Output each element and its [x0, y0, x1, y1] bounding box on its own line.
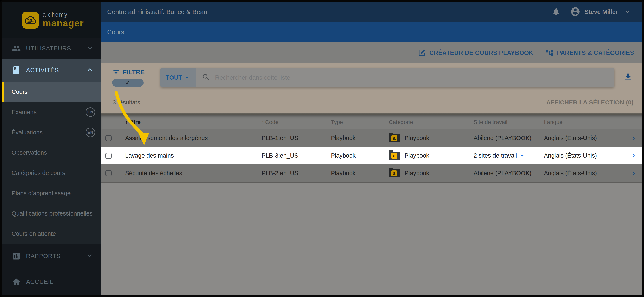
- brand-logo[interactable]: alchemy manager: [2, 2, 101, 38]
- column-header-code[interactable]: ↑Code: [262, 119, 331, 126]
- download-button[interactable]: [623, 72, 633, 83]
- cell-category: Playbook: [404, 135, 429, 142]
- column-header-type[interactable]: Type: [331, 119, 389, 126]
- brand-wordmark: alchemy manager: [42, 12, 84, 28]
- filter-button[interactable]: FILTRE: [112, 68, 145, 76]
- cell-code: PLB-1:en_US: [262, 135, 331, 142]
- sidebar: alchemy manager UTILISATEURS ACTIVITÉS: [2, 2, 101, 295]
- main-area: Centre administratif: Bunce & Bean Steve…: [101, 2, 642, 295]
- column-header-categorie[interactable]: Catégorie: [389, 119, 474, 126]
- table-header-row: ↑Titre ↑Code Type Catégorie Site de trav…: [101, 115, 642, 129]
- filter-active-toggle[interactable]: ✓: [112, 78, 144, 87]
- search-bar: TOUT: [160, 68, 614, 87]
- app-window: alchemy manager UTILISATEURS ACTIVITÉS: [0, 0, 644, 297]
- sort-asc-icon: ↑: [125, 119, 128, 125]
- cell-type: Playbook: [331, 152, 389, 159]
- alchemy-cloud-icon: [22, 12, 39, 28]
- row-checkbox[interactable]: [106, 153, 112, 159]
- row-chevron-right-icon[interactable]: [625, 170, 642, 177]
- cell-language: Anglais (États-Unis): [544, 135, 625, 142]
- check-icon: ✓: [126, 80, 130, 86]
- playbook-folder-icon: a: [389, 134, 400, 142]
- sidebar-item-label: Qualifications professionnelles: [12, 210, 93, 217]
- hierarchy-icon: [545, 48, 554, 57]
- row-chevron-right-icon[interactable]: [625, 152, 642, 160]
- parents-categories-button[interactable]: PARENTS & CATÉGORIES: [545, 48, 634, 57]
- courses-table: ↑Titre ↑Code Type Catégorie Site de trav…: [101, 115, 642, 182]
- language-en-badge-icon: EN: [86, 107, 95, 117]
- chevron-down-icon: [86, 44, 94, 53]
- sidebar-item-examens[interactable]: Examens EN: [2, 102, 101, 122]
- top-header-bar: Centre administratif: Bunce & Bean Steve…: [101, 2, 642, 22]
- bar-chart-icon: [12, 251, 21, 261]
- sidebar-bottom: RAPPORTS ACCUEIL: [2, 244, 101, 295]
- chevron-down-icon[interactable]: [623, 8, 632, 16]
- dropdown-arrow-icon: [519, 152, 526, 159]
- sidebar-item-plans-apprentissage[interactable]: Plans d’apprentissage: [2, 183, 101, 203]
- sidebar-item-label: Plans d’apprentissage: [12, 190, 70, 197]
- sidebar-item-observations[interactable]: Observations: [2, 142, 101, 163]
- download-icon: [623, 72, 633, 82]
- book-icon: [12, 65, 21, 75]
- worksite-dropdown[interactable]: 2 sites de travail: [474, 152, 544, 159]
- divider: [101, 113, 642, 115]
- sidebar-item-utilisateurs[interactable]: UTILISATEURS: [2, 38, 101, 58]
- chevron-up-icon: [86, 66, 94, 75]
- filter-block: FILTRE ✓: [112, 68, 152, 87]
- sidebar-item-label: Observations: [12, 149, 47, 156]
- breadcrumb-bar: Cours: [101, 22, 642, 42]
- row-checkbox[interactable]: [106, 170, 112, 176]
- column-header-site[interactable]: Site de travail: [474, 119, 544, 126]
- users-icon: [12, 44, 21, 53]
- sidebar-item-label: ACTIVITÉS: [26, 67, 59, 74]
- filter-label: FILTRE: [123, 69, 145, 76]
- language-en-badge-icon: EN: [86, 128, 95, 137]
- filter-toolbar: FILTRE ✓ TOUT: [101, 63, 642, 92]
- row-checkbox[interactable]: [106, 135, 112, 141]
- sidebar-item-qualifications[interactable]: Qualifications professionnelles: [2, 203, 101, 224]
- action-label: PARENTS & CATÉGORIES: [557, 50, 634, 56]
- cell-code: PLB-3:en_US: [262, 152, 331, 159]
- results-count: 3 résultats: [112, 99, 140, 106]
- edit-square-icon: [418, 48, 426, 57]
- bell-icon[interactable]: [552, 8, 560, 16]
- row-chevron-right-icon[interactable]: [625, 134, 642, 142]
- cell-language: Anglais (États-Unis): [544, 170, 625, 177]
- table-row[interactable]: Sécurité des échelles PLB-2:en_US Playbo…: [101, 164, 642, 182]
- header-right: Steve Miller: [552, 6, 632, 18]
- search-input[interactable]: [215, 74, 614, 81]
- sidebar-item-label: Catégories de cours: [12, 170, 65, 176]
- cell-type: Playbook: [331, 170, 389, 177]
- user-name: Steve Miller: [585, 8, 618, 15]
- brand-name-bottom: manager: [42, 18, 84, 28]
- playbook-folder-icon: a: [389, 169, 400, 178]
- sidebar-item-evaluations[interactable]: Évaluations EN: [2, 122, 101, 142]
- sort-asc-icon: ↑: [262, 119, 264, 125]
- brand-name-top: alchemy: [42, 12, 84, 18]
- show-selection-button[interactable]: AFFICHER LA SÉLECTION (0): [546, 99, 634, 106]
- chevron-down-icon: [86, 252, 94, 260]
- search-icon: [202, 73, 210, 82]
- page-actions-row: CRÉATEUR DE COURS PLAYBOOK PARENTS & CAT…: [101, 42, 642, 63]
- cell-worksite: Abilene (PLAYBOOK): [474, 135, 544, 142]
- sidebar-item-cours-en-attente[interactable]: Cours en attente: [2, 224, 101, 244]
- column-header-langue[interactable]: Langue: [544, 119, 625, 126]
- sidebar-item-label: Cours en attente: [12, 230, 56, 237]
- playbook-course-builder-button[interactable]: CRÉATEUR DE COURS PLAYBOOK: [418, 48, 533, 57]
- table-row[interactable]: Assainissement des allergènes PLB-1:en_U…: [101, 129, 642, 147]
- sidebar-item-label: Évaluations: [12, 129, 42, 136]
- avatar-icon[interactable]: [570, 6, 580, 18]
- cell-language: Anglais (États-Unis): [544, 152, 625, 159]
- sidebar-item-activites[interactable]: ACTIVITÉS: [2, 58, 101, 82]
- breadcrumb: Cours: [107, 28, 124, 36]
- sidebar-item-label: ACCUEIL: [26, 278, 54, 285]
- sidebar-item-accueil[interactable]: ACCUEIL: [2, 268, 101, 295]
- sidebar-item-cours[interactable]: Cours: [2, 82, 101, 102]
- sidebar-item-categories-de-cours[interactable]: Catégories de cours: [2, 163, 101, 183]
- sidebar-item-rapports[interactable]: RAPPORTS: [2, 244, 101, 268]
- search-scope-dropdown[interactable]: TOUT: [160, 68, 196, 87]
- column-header-titre[interactable]: ↑Titre: [125, 119, 262, 126]
- cell-category: Playbook: [404, 152, 429, 159]
- table-row-highlighted[interactable]: Lavage des mains PLB-3:en_US Playbook a …: [101, 147, 642, 164]
- cell-worksite: 2 sites de travail: [474, 152, 517, 159]
